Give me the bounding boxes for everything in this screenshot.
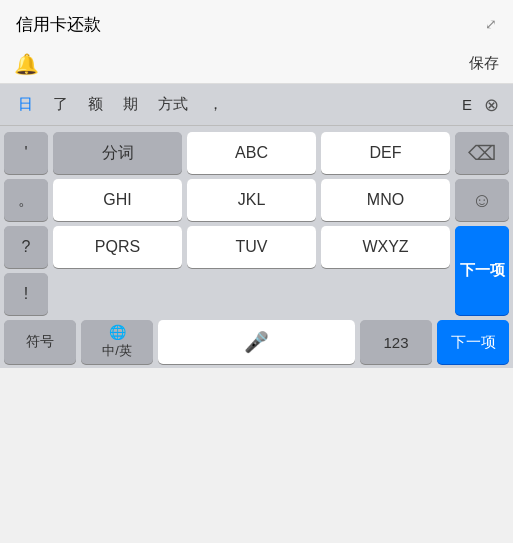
delete-key[interactable]: ⌫: [455, 132, 509, 174]
suggestion-delete-icon[interactable]: ⊗: [478, 90, 505, 120]
suggestion-item-4[interactable]: 方式: [148, 84, 198, 125]
key-pqrs[interactable]: PQRS: [53, 226, 182, 268]
key-ghi[interactable]: GHI: [53, 179, 182, 221]
space-key[interactable]: 🎤: [158, 320, 355, 364]
kb-row-3: PQRS TUV WXYZ: [53, 226, 450, 268]
suggestion-item-0[interactable]: 日: [8, 84, 43, 125]
punct-key-exclaim[interactable]: !: [4, 273, 48, 315]
key-tuv[interactable]: TUV: [187, 226, 316, 268]
expand-icon[interactable]: ⤢: [485, 16, 497, 32]
bottom-row: 符号 🌐 中/英 🎤 123 下一项: [4, 320, 509, 364]
num-key[interactable]: 123: [360, 320, 432, 364]
num-label: 123: [383, 334, 408, 351]
key-jkl[interactable]: JKL: [187, 179, 316, 221]
next-key-bottom[interactable]: 下一项: [437, 320, 509, 364]
right-column: ⌫ ☺ 下一项: [455, 132, 509, 315]
mic-icon: 🎤: [244, 330, 269, 354]
symbol-label: 符号: [26, 333, 54, 351]
center-grid: 分词 ABC DEF GHI JKL MNO PQRS TUV WXYZ: [53, 132, 450, 315]
lang-key[interactable]: 🌐 中/英: [81, 320, 153, 364]
bell-icon[interactable]: 🔔: [14, 52, 39, 76]
suggestion-item-2[interactable]: 额: [78, 84, 113, 125]
emoji-key[interactable]: ☺: [455, 179, 509, 221]
keyboard: ' 。 ? ! 分词 ABC DEF GHI JKL MNO PQRS TUV: [0, 126, 513, 368]
key-def[interactable]: DEF: [321, 132, 450, 174]
key-wxyz[interactable]: WXYZ: [321, 226, 450, 268]
top-bar: 信用卡还款 ⤢: [0, 0, 513, 44]
suggestion-item-1[interactable]: 了: [43, 84, 78, 125]
punct-key-period[interactable]: 。: [4, 179, 48, 221]
keyboard-main-area: ' 。 ? ! 分词 ABC DEF GHI JKL MNO PQRS TUV: [4, 132, 509, 315]
key-fenci[interactable]: 分词: [53, 132, 182, 174]
globe-icon: 🌐: [109, 324, 126, 340]
page-title: 信用卡还款: [16, 13, 101, 36]
save-button[interactable]: 保存: [469, 54, 499, 73]
suggestion-e[interactable]: E: [456, 92, 478, 117]
next-key-right[interactable]: 下一项: [455, 226, 509, 315]
suggestion-item-3[interactable]: 期: [113, 84, 148, 125]
kb-row-2: GHI JKL MNO: [53, 179, 450, 221]
toolbar-row: 🔔 保存: [0, 44, 513, 84]
punct-key-comma[interactable]: ': [4, 132, 48, 174]
punct-column: ' 。 ? !: [4, 132, 48, 315]
key-mno[interactable]: MNO: [321, 179, 450, 221]
punct-key-question[interactable]: ?: [4, 226, 48, 268]
key-abc[interactable]: ABC: [187, 132, 316, 174]
symbol-key[interactable]: 符号: [4, 320, 76, 364]
lang-label: 中/英: [102, 342, 132, 360]
suggestion-item-5[interactable]: ，: [198, 84, 233, 125]
kb-row-1: 分词 ABC DEF: [53, 132, 450, 174]
next-label: 下一项: [451, 333, 496, 352]
suggestion-bar: 日 了 额 期 方式 ， E ⊗: [0, 84, 513, 126]
